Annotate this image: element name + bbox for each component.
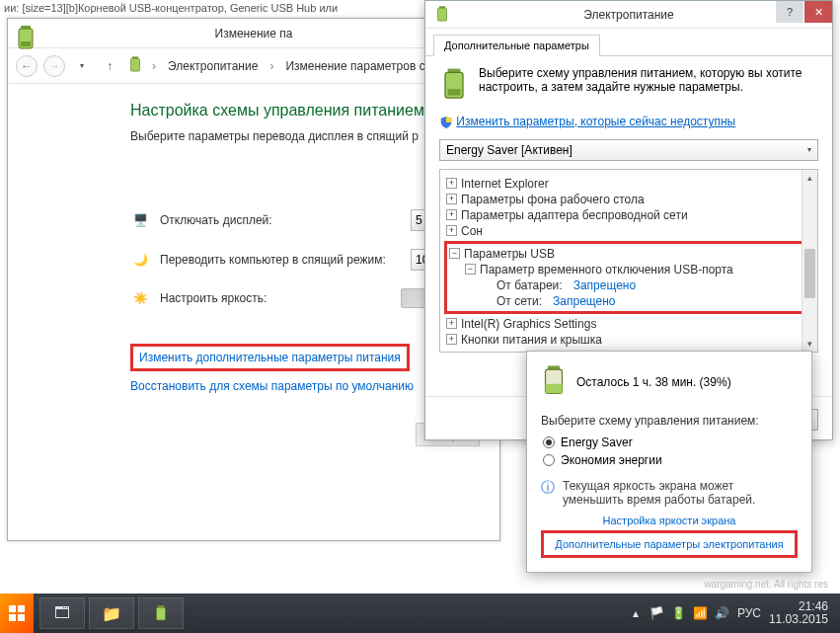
radio-icon xyxy=(543,454,555,466)
svg-rect-12 xyxy=(448,89,461,95)
info-icon: ⓘ xyxy=(541,479,555,497)
window-title: Изменение па xyxy=(215,27,293,40)
sleep-icon: 🌙 xyxy=(130,250,150,270)
tree-item-desktop-bg[interactable]: Параметры фона рабочего стола xyxy=(461,192,645,207)
tree-value-plugged-in[interactable]: Запрещено xyxy=(553,293,615,309)
svg-rect-19 xyxy=(18,614,25,621)
tree-item-usb[interactable]: Параметры USB xyxy=(464,246,555,262)
svg-rect-21 xyxy=(157,607,166,620)
expand-icon[interactable]: + xyxy=(446,209,457,220)
plan-combobox[interactable]: Energy Saver [Активен]▾ xyxy=(439,139,818,161)
advanced-description: Выберите схему управления питанием, кото… xyxy=(479,66,818,94)
svg-rect-17 xyxy=(18,605,25,612)
nav-forward-button[interactable]: → xyxy=(43,55,65,77)
expand-icon[interactable]: + xyxy=(446,318,457,329)
taskbar-app-1[interactable]: 🗔 xyxy=(39,597,85,629)
battery-icon xyxy=(433,5,451,26)
tray-show-hidden-icon[interactable]: ▴ xyxy=(629,606,643,620)
svg-rect-16 xyxy=(9,605,16,612)
tabstrip: Дополнительные параметры xyxy=(425,29,832,56)
taskbar-power-options[interactable] xyxy=(138,597,184,629)
battery-icon xyxy=(439,66,469,105)
tray-language[interactable]: РУС xyxy=(737,606,761,620)
display-off-label: Отключать дисплей: xyxy=(160,213,401,227)
highlight-annotation: −Параметры USB −Параметр временного откл… xyxy=(444,241,815,314)
more-power-options-link[interactable]: Дополнительные параметры электропитания xyxy=(555,538,783,550)
display-icon: 🖥️ xyxy=(130,210,150,230)
battery-status: Осталось 1 ч. 38 мин. (39%) xyxy=(576,375,731,389)
nav-up-button[interactable]: ↑ xyxy=(99,55,120,77)
svg-rect-18 xyxy=(9,614,16,621)
plan-radio-energy-saver[interactable]: Energy Saver xyxy=(543,435,798,449)
flyout-heading: Выберите схему управления питанием: xyxy=(541,414,798,428)
brightness-label: Настроить яркость: xyxy=(160,291,391,305)
tree-item-power-buttons-lid[interactable]: Кнопки питания и крышка xyxy=(461,332,602,348)
chevron-down-icon[interactable]: ▾ xyxy=(71,55,93,77)
help-button[interactable]: ? xyxy=(776,1,803,23)
svg-rect-4 xyxy=(131,58,140,71)
svg-rect-9 xyxy=(438,8,447,21)
breadcrumb-power[interactable]: Электропитание xyxy=(164,57,262,75)
highlight-annotation: Дополнительные параметры электропитания xyxy=(541,530,798,558)
svg-rect-2 xyxy=(21,41,31,46)
tray-clock[interactable]: 21:46 11.03.2015 xyxy=(769,600,832,626)
adjust-brightness-link[interactable]: Настройка яркости экрана xyxy=(541,514,798,526)
chevron-right-icon: › xyxy=(150,59,158,73)
chevron-right-icon: › xyxy=(267,59,275,73)
svg-rect-15 xyxy=(546,384,563,394)
taskbar: 🗔 📁 ▴ 🏳️ 🔋 📶 🔊 РУС 21:46 11.03.2015 xyxy=(0,593,840,633)
tray-action-center-icon[interactable]: 🏳️ xyxy=(650,606,664,620)
scrollbar[interactable]: ▴▾ xyxy=(802,170,817,352)
tree-value-on-battery[interactable]: Запрещено xyxy=(573,277,636,293)
plan-radio-power-saving[interactable]: Экономия энергии xyxy=(543,453,798,467)
battery-icon xyxy=(541,363,567,400)
tree-item-sleep[interactable]: Сон xyxy=(461,223,483,239)
tray-volume-icon[interactable]: 🔊 xyxy=(716,606,729,620)
start-button[interactable] xyxy=(0,593,34,633)
radio-icon xyxy=(543,436,555,448)
battery-icon xyxy=(16,24,36,54)
change-unavailable-settings-link[interactable]: Изменить параметры, которые сейчас недос… xyxy=(456,115,735,128)
sleep-label: Переводить компьютер в спящий режим: xyxy=(160,253,401,267)
highlight-annotation: Изменить дополнительные параметры питани… xyxy=(130,344,410,371)
shield-icon xyxy=(439,116,453,129)
nav-back-button[interactable]: ← xyxy=(16,55,38,77)
tree-label-plugged-in: От сети: xyxy=(496,293,542,309)
battery-icon xyxy=(126,55,144,76)
restore-defaults-link[interactable]: Восстановить для схемы параметры по умол… xyxy=(130,379,414,393)
settings-tree: +Internet Explorer +Параметры фона рабоч… xyxy=(439,169,818,353)
expand-icon[interactable]: + xyxy=(446,194,457,204)
taskbar-app-2[interactable]: 📁 xyxy=(89,597,134,629)
tree-label-on-battery: От батареи: xyxy=(496,277,563,293)
advanced-settings-link[interactable]: Изменить дополнительные параметры питани… xyxy=(139,351,401,364)
breadcrumb-edit-plan[interactable]: Изменение параметров схе xyxy=(281,57,441,75)
tray-battery-icon[interactable]: 🔋 xyxy=(672,606,686,620)
tray-network-icon[interactable]: 📶 xyxy=(694,606,708,620)
tree-item-usb-suspend[interactable]: Параметр временного отключения USB-порта xyxy=(480,262,733,277)
watermark: wargaming.net. All rights res xyxy=(704,579,828,590)
window-title: Электропитание xyxy=(583,8,673,22)
brightness-icon: ☀️ xyxy=(130,288,150,308)
titlebar: Электропитание ? ✕ xyxy=(425,1,832,29)
expand-icon[interactable]: + xyxy=(446,178,457,189)
brightness-warning: Текущая яркость экрана может уменьшить в… xyxy=(563,479,798,507)
expand-icon[interactable]: + xyxy=(446,225,457,236)
collapse-icon[interactable]: − xyxy=(449,248,460,259)
battery-flyout: Осталось 1 ч. 38 мин. (39%) Выберите схе… xyxy=(526,351,812,573)
tree-item-intel-graphics[interactable]: Intel(R) Graphics Settings xyxy=(461,316,596,332)
tree-item-ie[interactable]: Internet Explorer xyxy=(461,176,549,192)
tab-advanced[interactable]: Дополнительные параметры xyxy=(433,35,600,56)
collapse-icon[interactable]: − xyxy=(465,264,476,275)
truncated-text-behind: ии: [size=13][b]Корневой USB-концентрато… xyxy=(0,0,342,16)
expand-icon[interactable]: + xyxy=(446,334,457,345)
tree-item-wifi[interactable]: Параметры адаптера беспроводной сети xyxy=(461,207,688,223)
close-button[interactable]: ✕ xyxy=(804,1,832,23)
